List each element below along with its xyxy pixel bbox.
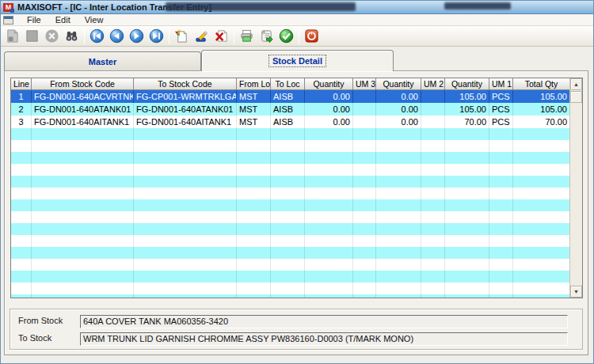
grid-empty-cell xyxy=(32,176,134,188)
exit-button[interactable] xyxy=(302,27,322,46)
col-header-line[interactable]: Line xyxy=(11,78,32,90)
grid-row-1[interactable]: 1 FG-DN001-640ACVRTNK FG-CP001-WRMTRKLGA… xyxy=(11,90,570,103)
grid-empty-row[interactable] xyxy=(11,140,570,152)
grid-empty-cell xyxy=(376,164,421,176)
cancel-button[interactable] xyxy=(42,27,62,46)
prev-record-button[interactable] xyxy=(107,27,127,46)
col-header-from-loc[interactable]: From Loc xyxy=(237,78,271,90)
to-stock-field[interactable]: WRM TRUNK LID GARNISH CHROMME ASSY PW836… xyxy=(80,332,568,346)
tab-stock-detail[interactable]: Stock Detail xyxy=(201,50,394,71)
grid-empty-cell xyxy=(445,164,489,176)
delete-record-button[interactable] xyxy=(211,27,231,46)
post-button[interactable] xyxy=(276,27,296,46)
scroll-thumb[interactable] xyxy=(570,91,582,103)
col-header-um2[interactable]: UM 2 xyxy=(421,78,445,90)
grid-empty-cell xyxy=(134,271,237,282)
report-button[interactable] xyxy=(257,27,276,46)
grid-empty-row[interactable] xyxy=(11,271,570,282)
grid-empty-cell xyxy=(271,199,305,211)
tab-master[interactable]: Master xyxy=(4,51,201,70)
grid-empty-cell xyxy=(32,259,134,271)
grid-empty-row[interactable] xyxy=(11,294,570,298)
grid-empty-cell xyxy=(32,199,134,211)
next-record-button[interactable] xyxy=(127,27,147,46)
grid-empty-cell xyxy=(489,152,513,164)
cell-to-loc: AISB xyxy=(271,103,305,116)
from-stock-field[interactable]: 640A COVER TANK MA060356-3420 xyxy=(80,315,568,328)
col-header-from-stock-code[interactable]: From Stock Code xyxy=(32,78,134,90)
grid-row-3[interactable]: 3 FG-DN001-640AITANK1 FG-DN001-640AITANK… xyxy=(11,116,570,128)
grid-empty-cell xyxy=(421,259,445,271)
grid-row-2[interactable]: 2 FG-DN001-640ATANK01 FG-DN001-640ATANK0… xyxy=(11,103,570,116)
grid-empty-row[interactable] xyxy=(11,188,570,199)
col-header-quantity-1[interactable]: Quantity xyxy=(445,78,489,90)
cell-from-loc: MST xyxy=(237,90,271,103)
stop-button[interactable] xyxy=(22,27,42,46)
grid-empty-cell xyxy=(376,152,421,164)
save-button[interactable] xyxy=(2,27,22,46)
menu-file[interactable]: File xyxy=(20,14,48,26)
grid-empty-row[interactable] xyxy=(11,211,570,223)
col-header-total-qty[interactable]: Total Qty xyxy=(513,78,570,90)
grid-empty-cell xyxy=(353,199,376,211)
grid-empty-cell xyxy=(421,140,445,152)
col-header-um1[interactable]: UM 1 xyxy=(489,78,513,90)
first-record-button[interactable] xyxy=(87,27,107,46)
col-header-um3[interactable]: UM 3 xyxy=(353,78,376,90)
col-header-quantity-2[interactable]: Quantity xyxy=(376,78,421,90)
grid-vertical-scrollbar[interactable]: ▲ ▼ xyxy=(569,78,582,298)
cell-quantity-2: 0.00 xyxy=(376,116,421,128)
grid-empty-row[interactable] xyxy=(11,259,570,271)
grid-empty-row[interactable] xyxy=(11,176,570,188)
col-header-to-loc[interactable]: To Loc xyxy=(271,78,305,90)
report-icon xyxy=(259,28,274,44)
edit-record-button[interactable] xyxy=(192,27,211,46)
stock-detail-grid: Line From Stock Code To Stock Code From … xyxy=(10,78,583,298)
grid-empty-cell xyxy=(305,199,353,211)
menu-view[interactable]: View xyxy=(78,14,111,26)
find-button[interactable] xyxy=(62,27,82,46)
cell-quantity-3: 0.00 xyxy=(305,103,353,116)
menu-edit[interactable]: Edit xyxy=(48,14,78,26)
grid-empty-cell xyxy=(305,128,353,140)
print-button[interactable] xyxy=(237,27,257,46)
grid-empty-cell xyxy=(134,223,237,235)
grid-empty-cell xyxy=(32,128,134,140)
grid-empty-cell xyxy=(489,164,513,176)
grid-empty-cell xyxy=(134,294,237,298)
grid-empty-row[interactable] xyxy=(11,152,570,164)
grid-empty-row[interactable] xyxy=(11,199,570,211)
grid-empty-cell xyxy=(353,152,376,164)
last-record-button[interactable] xyxy=(147,27,166,46)
grid-empty-cell xyxy=(134,140,237,152)
grid-empty-cell xyxy=(32,282,134,294)
grid-empty-cell xyxy=(376,188,421,199)
grid-empty-cell xyxy=(489,247,513,259)
grid-empty-cell xyxy=(11,282,32,294)
grid-empty-row[interactable] xyxy=(11,128,570,140)
cancel-icon xyxy=(44,28,59,44)
grid-empty-cell xyxy=(134,164,237,176)
scroll-down-button[interactable]: ▼ xyxy=(570,286,582,298)
grid-empty-row[interactable] xyxy=(11,247,570,259)
grid-empty-row[interactable] xyxy=(11,235,570,247)
grid-empty-cell xyxy=(32,152,134,164)
find-binoculars-icon xyxy=(64,28,79,44)
grid-empty-row[interactable] xyxy=(11,282,570,294)
grid-empty-cell xyxy=(237,259,271,271)
grid-empty-row[interactable] xyxy=(11,223,570,235)
col-header-to-stock-code[interactable]: To Stock Code xyxy=(134,78,237,90)
scroll-up-button[interactable]: ▲ xyxy=(570,78,582,90)
grid-empty-cell xyxy=(513,164,570,176)
grid-empty-cell xyxy=(305,188,353,199)
col-header-quantity-3[interactable]: Quantity xyxy=(305,78,353,90)
grid-empty-cell xyxy=(11,188,32,199)
grid-empty-cell xyxy=(513,223,570,235)
grid-empty-cell xyxy=(421,188,445,199)
new-record-button[interactable] xyxy=(172,27,192,46)
mdi-child-icon[interactable] xyxy=(3,16,13,25)
grid-empty-row[interactable] xyxy=(11,164,570,176)
grid-empty-cell xyxy=(271,235,305,247)
grid-empty-cell xyxy=(237,211,271,223)
grid-empty-cell xyxy=(513,259,570,271)
